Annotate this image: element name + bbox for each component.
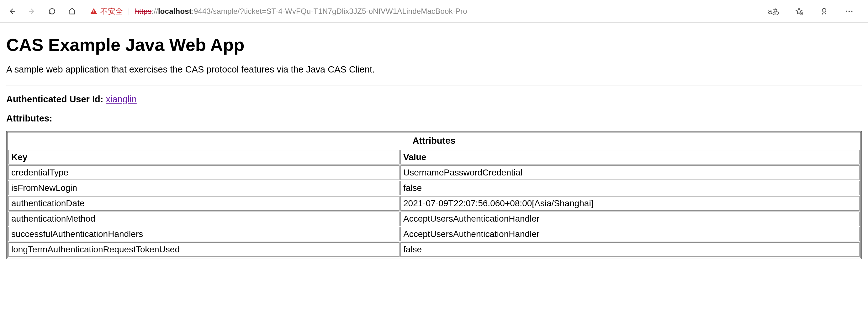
star-plus-icon: [795, 7, 803, 16]
svg-point-5: [825, 9, 825, 10]
svg-point-3: [822, 8, 826, 12]
favorite-button[interactable]: [793, 5, 805, 18]
browser-toolbar: 不安全 | https://localhost:9443/sample/?tic…: [0, 0, 868, 23]
page-subtitle: A sample web application that exercises …: [6, 64, 862, 75]
attr-val: UsernamePasswordCredential: [400, 165, 860, 180]
attr-key: isFromNewLogin: [8, 181, 400, 195]
reload-icon: [48, 7, 56, 16]
table-row: credentialType UsernamePasswordCredentia…: [8, 165, 860, 180]
attr-val: AcceptUsersAuthenticationHandler: [400, 211, 860, 226]
person-icon: [820, 7, 829, 16]
table-caption: Attributes: [7, 133, 861, 149]
insecure-label: 不安全: [100, 6, 123, 16]
col-val-header: Value: [400, 150, 860, 165]
translate-button[interactable]: aあ: [768, 5, 780, 18]
divider: [6, 85, 862, 85]
arrow-left-icon: [8, 7, 16, 16]
svg-rect-0: [93, 10, 94, 11]
auth-user-link[interactable]: xianglin: [106, 94, 136, 104]
svg-point-4: [823, 9, 824, 10]
attr-key: authenticationMethod: [8, 211, 400, 226]
toolbar-right: aあ: [768, 5, 856, 18]
attr-key: successfulAuthenticationHandlers: [8, 227, 400, 242]
warning-icon: [90, 7, 98, 16]
auth-user-line: Authenticated User Id: xianglin: [6, 94, 862, 105]
back-button[interactable]: [6, 6, 18, 17]
address-bar[interactable]: 不安全 | https://localhost:9443/sample/?tic…: [90, 6, 759, 16]
col-key-header: Key: [8, 150, 400, 165]
translate-icon: aあ: [768, 6, 780, 16]
attr-val: false: [400, 181, 860, 195]
table-row: authenticationDate 2021-07-09T22:07:56.0…: [8, 196, 860, 210]
attr-val: AcceptUsersAuthenticationHandler: [400, 227, 860, 242]
attr-key: credentialType: [8, 165, 400, 180]
attributes-table-wrap: Attributes Key Value credentialType User…: [6, 131, 862, 259]
svg-rect-1: [93, 12, 94, 13]
home-button[interactable]: [66, 6, 78, 17]
page-content: CAS Example Java Web App A sample web ap…: [0, 23, 868, 265]
more-icon: [845, 7, 854, 16]
table-row: longTermAuthenticationRequestTokenUsed f…: [8, 242, 860, 257]
attr-val: 2021-07-09T22:07:56.060+08:00[Asia/Shang…: [400, 196, 860, 210]
table-header-row: Key Value: [8, 150, 860, 165]
table-row: authenticationMethod AcceptUsersAuthenti…: [8, 211, 860, 226]
attr-val: false: [400, 242, 860, 257]
svg-point-7: [848, 10, 850, 12]
home-icon: [68, 7, 76, 16]
attributes-heading: Attributes:: [6, 113, 862, 124]
url-text: https://localhost:9443/sample/?ticket=ST…: [135, 7, 467, 16]
table-row: isFromNewLogin false: [8, 181, 860, 195]
forward-button[interactable]: [26, 6, 38, 17]
menu-button[interactable]: [843, 5, 856, 18]
arrow-right-icon: [28, 7, 36, 16]
reload-button[interactable]: [46, 6, 58, 17]
page-title: CAS Example Java Web App: [6, 34, 862, 55]
attributes-table: Attributes Key Value credentialType User…: [7, 133, 861, 258]
attr-key: authenticationDate: [8, 196, 400, 210]
svg-point-8: [851, 10, 852, 12]
table-row: successfulAuthenticationHandlers AcceptU…: [8, 227, 860, 242]
auth-user-label: Authenticated User Id:: [6, 94, 103, 104]
toolbar-divider: |: [128, 7, 130, 16]
svg-point-6: [846, 10, 848, 12]
extension-button[interactable]: [818, 5, 830, 18]
attr-key: longTermAuthenticationRequestTokenUsed: [8, 242, 400, 257]
